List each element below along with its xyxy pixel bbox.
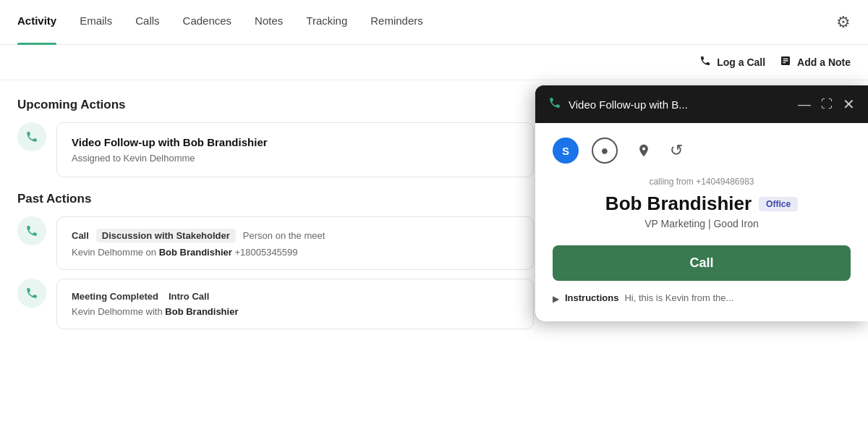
call-popup: Video Follow-up with B... — ⛶ ✕ S ● ↺ ca… [535, 85, 868, 321]
meeting-contact: Bob Brandishier [165, 306, 238, 317]
office-badge: Office [759, 197, 798, 211]
tab-notes[interactable]: Notes [255, 0, 283, 45]
calling-from-label: calling from +14049486983 [553, 177, 851, 187]
call-description: Person on the meet [243, 230, 325, 241]
salesforce-icon[interactable]: S [553, 138, 579, 164]
call-button[interactable]: Call [553, 245, 851, 281]
phone-circle-icon [17, 279, 46, 308]
meeting-card-top: Meeting Completed Intro Call [72, 291, 519, 302]
upcoming-action-subtitle: Assigned to Kevin Delhomme [72, 153, 519, 164]
location-icon[interactable] [631, 138, 657, 164]
popup-header: Video Follow-up with B... — ⛶ ✕ [535, 85, 868, 123]
meeting-type: Meeting Completed [72, 291, 158, 302]
top-navigation: Activity Emails Calls Cadences Notes Tra… [0, 0, 868, 45]
contact-title: VP Marketing | Good Iron [553, 218, 851, 229]
contact-name-row: Bob Brandishier Office [553, 193, 851, 215]
popup-title: Video Follow-up with B... [569, 98, 688, 111]
nav-tabs: Activity Emails Calls Cadences Notes Tra… [17, 0, 836, 45]
note-icon [780, 55, 791, 69]
refresh-icon[interactable]: ↺ [670, 141, 683, 160]
tab-calls[interactable]: Calls [135, 0, 159, 45]
popup-header-left: Video Follow-up with B... [548, 96, 688, 113]
tab-tracking[interactable]: Tracking [306, 0, 347, 45]
circle-icon[interactable]: ● [592, 138, 618, 164]
call-type: Call [72, 230, 89, 241]
instructions-label: Instructions [565, 292, 618, 303]
call-footer: Kevin Delhomme on Bob Brandishier +18005… [72, 247, 519, 258]
popup-header-controls: — ⛶ ✕ [798, 96, 855, 113]
popup-phone-icon [548, 96, 561, 113]
past-action-card-1[interactable]: Meeting Completed Intro Call Kevin Delho… [56, 279, 534, 329]
meeting-footer: Kevin Delhomme with Bob Brandishier [72, 306, 519, 317]
contact-name: Bob Brandishier [605, 193, 752, 215]
tab-activity[interactable]: Activity [17, 0, 56, 45]
phone-circle-icon [17, 122, 46, 151]
close-icon[interactable]: ✕ [843, 96, 855, 113]
instructions-row: ▶ Instructions Hi, this is Kevin from th… [553, 292, 851, 304]
upcoming-action-title: Video Follow-up with Bob Brandishier [72, 136, 519, 148]
add-note-button[interactable]: Add a Note [780, 55, 851, 69]
log-call-button[interactable]: Log a Call [699, 55, 765, 69]
minimize-icon[interactable]: — [798, 98, 811, 111]
call-badge: Discussion with Stakeholder [96, 229, 236, 242]
upcoming-action-card[interactable]: Video Follow-up with Bob Brandishier Ass… [56, 122, 534, 177]
expand-icon[interactable]: ⛶ [821, 98, 833, 110]
popup-body: S ● ↺ calling from +14049486983 Bob Bran… [535, 123, 868, 321]
call-contact: Bob Brandishier [159, 247, 232, 258]
tab-cadences[interactable]: Cadences [183, 0, 232, 45]
settings-icon[interactable]: ⚙ [836, 13, 851, 32]
tab-emails[interactable]: Emails [80, 0, 112, 45]
phone-icon [699, 55, 711, 69]
tab-reminders[interactable]: Reminders [370, 0, 423, 45]
popup-icons-row: S ● ↺ [553, 138, 851, 164]
phone-circle-icon [17, 216, 46, 245]
call-card-top: Call Discussion with Stakeholder Person … [72, 229, 519, 242]
meeting-badge: Intro Call [169, 291, 209, 302]
action-bar: Log a Call Add a Note [0, 45, 868, 80]
past-action-card-0[interactable]: Call Discussion with Stakeholder Person … [56, 216, 534, 270]
log-call-label: Log a Call [717, 56, 765, 68]
add-note-label: Add a Note [797, 56, 851, 68]
instructions-arrow-icon[interactable]: ▶ [553, 294, 559, 304]
instructions-text: Hi, this is Kevin from the... [624, 292, 733, 303]
